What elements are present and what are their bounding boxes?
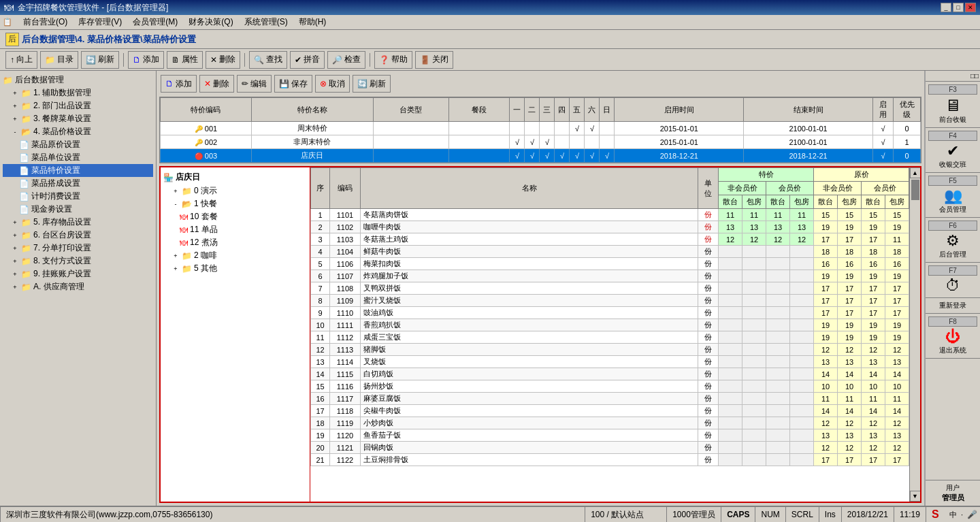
- doc-icon-4-1: 📄: [19, 140, 29, 150]
- data-grid-row[interactable]: 51106梅菜扣肉饭份16161616: [311, 258, 909, 270]
- toolbar-add-button[interactable]: 🗋 添加: [128, 51, 164, 69]
- sidebar-item-8[interactable]: + 📁 8. 支付方式设置: [3, 255, 153, 267]
- th-om-room: 包房: [885, 195, 909, 209]
- data-grid-row[interactable]: 171118尖椒牛肉饭份14141414: [311, 405, 909, 417]
- bottom-tree-item-2[interactable]: + 📁 2 咖啡: [163, 249, 307, 262]
- f5-button[interactable]: F5 👥 会员管理: [926, 173, 980, 218]
- scroll-up-button[interactable]: ▲: [910, 167, 921, 178]
- edit-edit-button[interactable]: ✏ 编辑: [237, 75, 272, 93]
- data-grid-row[interactable]: 161117麻婆豆腐饭份11111111: [311, 393, 909, 405]
- edit-cancel-button[interactable]: ⊗ 取消: [315, 75, 350, 93]
- sidebar-item-4-2[interactable]: 📄 菜品单位设置: [3, 151, 153, 164]
- col-active: 启用: [873, 98, 894, 122]
- data-grid-row[interactable]: 111112咸蛋三宝饭份19191919: [311, 331, 909, 344]
- sidebar-item-6[interactable]: + 📁 6. 台区台房设置: [3, 229, 153, 242]
- toolbar-close-button[interactable]: 🚪 关闭: [415, 51, 453, 69]
- data-grid-row[interactable]: 121113猪脚饭份12121212: [311, 344, 909, 356]
- data-grid-row[interactable]: 151116扬州炒饭份10101010: [311, 380, 909, 393]
- menu-frontend[interactable]: 前台营业(O): [18, 15, 73, 29]
- data-grid-row[interactable]: 81109蜜汁叉烧饭份17171717: [311, 295, 909, 307]
- sidebar-item-4-3[interactable]: 📄 菜品特价设置: [3, 164, 153, 177]
- dish-icon-12: 🍽: [180, 238, 188, 248]
- edit-delete-button[interactable]: ✕ 删除: [199, 75, 234, 93]
- data-grid-row[interactable]: 71108叉鸭双拼饭份17171717: [311, 282, 909, 295]
- sidebar-item-5[interactable]: + 📁 5. 库存物品设置: [3, 216, 153, 229]
- menu-member[interactable]: 会员管理(M): [127, 15, 183, 29]
- data-grid-row[interactable]: 131114叉烧饭份13131313: [311, 356, 909, 368]
- col-sun: 日: [600, 98, 615, 122]
- sidebar-item-4-1[interactable]: 📄 菜品原价设置: [3, 138, 153, 151]
- data-grid-row[interactable]: 31103冬菇蒸土鸡饭份1212121217171711: [311, 233, 909, 246]
- toolbar-pinyin-button[interactable]: ✔ 拼音: [290, 51, 325, 69]
- close-button[interactable]: ✕: [965, 3, 976, 12]
- bottom-tree-item-5[interactable]: + 📁 5 其他: [163, 262, 307, 275]
- sidebar-item-root[interactable]: 📁 后台数据管理: [3, 74, 153, 86]
- bottom-tree-item-1[interactable]: - 📂 1 快餐: [163, 197, 307, 210]
- data-grid-row[interactable]: 201121回锅肉饭份12121212: [311, 442, 909, 454]
- toolbar-up-button[interactable]: ↑ 向上: [5, 51, 37, 69]
- menu-system[interactable]: 系统管理(S): [239, 15, 293, 29]
- toolbar-check-button[interactable]: 🔎 检查: [327, 51, 365, 69]
- data-grid-row[interactable]: 11101冬菇蒸肉饼饭份1111111115151515: [311, 209, 909, 221]
- sidebar-item-9[interactable]: + 📁 9. 挂账账户设置: [3, 267, 153, 280]
- f8-button[interactable]: F8 ⏻ 退出系统: [926, 314, 980, 359]
- data-grid-row[interactable]: 141115白切鸡饭份14141414: [311, 368, 909, 380]
- vertical-scrollbar[interactable]: ▲ ▼: [909, 167, 920, 502]
- scroll-thumb[interactable]: [911, 180, 919, 200]
- bottom-tree-item-12[interactable]: 🍽 12 煮汤: [163, 236, 307, 249]
- toolbar-refresh-button[interactable]: 🔄 刷新: [81, 51, 119, 69]
- breadcrumb-icon: 后: [5, 33, 19, 46]
- add-icon: 🗋: [133, 55, 141, 65]
- f4-button[interactable]: F4 ✔ 收银交班: [926, 128, 980, 173]
- menu-inventory[interactable]: 库存管理(V): [73, 15, 127, 29]
- data-grid-row[interactable]: 101111香煎鸡扒饭份19191919: [311, 319, 909, 331]
- edit-refresh-button[interactable]: 🔄 刷新: [353, 75, 391, 93]
- toolbar-search-button[interactable]: 🔍 查找: [249, 51, 287, 69]
- data-grid-row[interactable]: 191120鱼香茄子饭份13131313: [311, 429, 909, 442]
- sidebar-item-4[interactable]: - 📂 4. 菜品价格设置: [3, 125, 153, 138]
- minimize-button[interactable]: _: [941, 3, 951, 12]
- sidebar-item-4-5[interactable]: 📄 计时消费设置: [3, 190, 153, 203]
- f7-button[interactable]: F7 ⏱: [926, 263, 980, 298]
- table-row[interactable]: 🔑 002 非周末特价 √ √ √ 2015-01-01 2100-01: [161, 135, 921, 149]
- sidebar-item-7[interactable]: + 📁 7. 分单打印设置: [3, 242, 153, 255]
- data-grid-row[interactable]: 21102咖喱牛肉饭份1313131319191919: [311, 221, 909, 233]
- toolbar-props-button[interactable]: 🗎 属性: [167, 51, 203, 69]
- user-icon: 管理员: [928, 493, 977, 503]
- data-grid-row[interactable]: 41104鲜菇牛肉饭份18181818: [311, 246, 909, 258]
- menu-finance[interactable]: 财务决策(Q): [183, 15, 238, 29]
- status-mic-icon[interactable]: 🎤: [964, 507, 980, 522]
- f3-button[interactable]: F3 🖥 前台收银: [926, 82, 980, 128]
- sidebar-item-2[interactable]: + 📁 2. 部门出品设置: [3, 99, 153, 112]
- data-grid-row[interactable]: 181119小炒肉饭份12121212: [311, 417, 909, 429]
- folder-icon-8: 📁: [21, 257, 31, 266]
- sidebar-item-4-4[interactable]: 📄 菜品搭成设置: [3, 177, 153, 190]
- bottom-tree-item-0[interactable]: + 📁 0 演示: [163, 184, 307, 197]
- toolbar-help-button[interactable]: ❓ 帮助: [374, 51, 412, 69]
- sidebar-item-A[interactable]: + 📁 A. 供应商管理: [3, 280, 153, 293]
- maximize-button[interactable]: □: [953, 3, 964, 12]
- table-row[interactable]: 🔑 001 周末特价 √ √ 2015-01-01 2100-01-0: [161, 122, 921, 135]
- sidebar-item-3[interactable]: + 📁 3. 餐牌菜单设置: [3, 112, 153, 125]
- scroll-down-button[interactable]: ▼: [910, 491, 921, 502]
- edit-save-button[interactable]: 💾 保存: [274, 75, 312, 93]
- edit-add-button[interactable]: 🗋 添加: [161, 75, 197, 93]
- sidebar-item-4-6[interactable]: 📄 现金劵设置: [3, 203, 153, 216]
- toolbar-dir-button[interactable]: 📁 目录: [40, 51, 78, 69]
- f6-button[interactable]: F6 ⚙ 后台管理: [926, 218, 980, 263]
- relogin-button[interactable]: 重新登录: [926, 298, 980, 314]
- bottom-tree-item-11[interactable]: 🍽 11 单品: [163, 223, 307, 236]
- menu-help[interactable]: 帮助(H): [293, 15, 332, 29]
- data-grid-row[interactable]: 211122土豆焖排骨饭份17171717: [311, 454, 909, 466]
- data-grid-row[interactable]: 91110豉油鸡饭份17171717: [311, 307, 909, 319]
- folder-icon-4: 📂: [21, 127, 31, 137]
- th-special-member: 会员价: [766, 182, 814, 195]
- toolbar-delete-button[interactable]: ✕ 删除: [206, 51, 240, 69]
- table-row[interactable]: 🔴 003 店庆日 √ √ √ √ √ √ √ 2018-12-21 2018-: [161, 149, 921, 163]
- col-priority: 优先级: [894, 98, 921, 122]
- sidebar-item-1[interactable]: + 📁 1. 辅助数据管理: [3, 86, 153, 99]
- bottom-tree-item-10[interactable]: 🍽 10 套餐: [163, 210, 307, 223]
- window-controls[interactable]: _ □ ✕: [941, 3, 976, 12]
- data-grid-row[interactable]: 61107炸鸡腿加子饭份19191919: [311, 270, 909, 282]
- bottom-category-tree: 🏪 店庆日 + 📁 0 演示 - 📂 1 快餐 🍽 10 套餐: [161, 167, 310, 502]
